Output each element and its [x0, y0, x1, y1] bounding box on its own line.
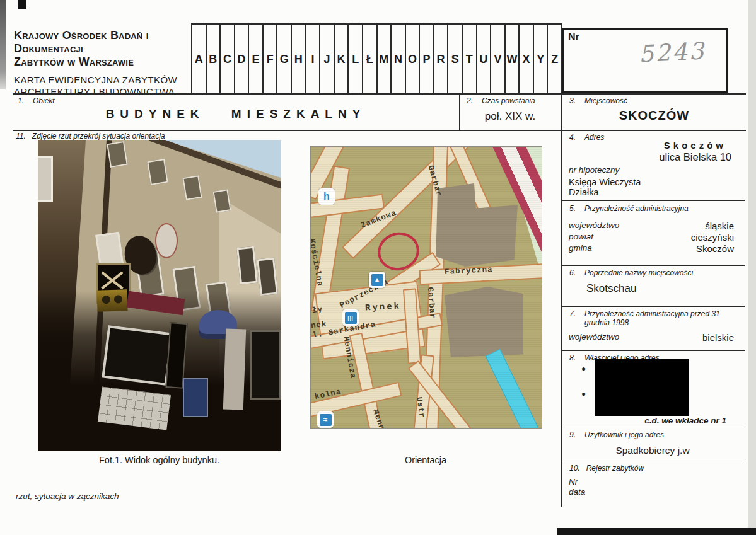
river — [486, 349, 542, 429]
blue-kiosk — [183, 378, 208, 417]
section-6-label: Poprzednie nazwy miejscowości — [584, 268, 693, 277]
field-value: bielskie — [702, 332, 734, 343]
alphabet-cell-K: K — [334, 25, 348, 95]
nr-label: Nr — [568, 32, 579, 43]
field-label: województwo — [569, 221, 619, 231]
photo-window — [147, 159, 168, 185]
user-value: Spadkobiercy j.w — [561, 445, 744, 456]
address-street: ulica Bielska 10 — [569, 151, 731, 163]
former-name-value: Skotschau — [586, 282, 636, 295]
alphabet-cell-C: C — [219, 25, 234, 95]
section-11-label: Zdjęcie rzut przekrój sytuacja orientacj… — [32, 132, 165, 141]
admin-row-voivodeship: województwo śląskie — [569, 221, 734, 231]
alphabet-cell-A: A — [192, 25, 206, 95]
alphabet-cell-Z: Z — [547, 25, 561, 95]
alphabet-cell-P: P — [419, 25, 433, 95]
poi-icon: ≈ — [317, 411, 334, 428]
section-10-header: 10. Rejestr zabytków — [569, 464, 644, 473]
alphabet-cell-N: N — [390, 25, 405, 95]
photo-window — [212, 189, 231, 212]
lit-pillar — [223, 328, 246, 410]
owner-bullet: ● — [581, 364, 586, 373]
section-2-header: 2. Czas powstania — [467, 96, 535, 105]
plot-label: Działka — [569, 187, 599, 197]
section-2-label: Czas powstania — [482, 96, 535, 105]
photo-window — [236, 246, 258, 285]
section-8-number: 8. — [569, 354, 578, 362]
divider — [561, 265, 745, 266]
street-label-partial-1: ły — [311, 305, 323, 315]
alphabet-strip: ABCDEFGHIJKLŁMNOPRSTUVWXYZ — [191, 23, 562, 95]
alphabet-cell-G: G — [276, 25, 291, 95]
shop-window — [102, 325, 173, 386]
alphabet-cell-R: R — [433, 25, 448, 95]
section-2-number: 2. — [467, 96, 475, 105]
section-3-number: 3. — [569, 96, 578, 105]
section-6-number: 6. — [569, 268, 578, 277]
register-nr-label: Nr — [569, 477, 578, 486]
alphabet-cell-Y: Y — [533, 25, 547, 95]
divider — [561, 200, 745, 201]
alphabet-cell-L: L — [347, 25, 362, 95]
construction-time-value: poł. XIX w. — [459, 110, 561, 123]
section-10-label: Rejestr zabytków — [586, 464, 644, 473]
orientation-map: Zamkowa Kościelna Garbar Garbar Poprzecz… — [310, 146, 542, 429]
hotel-icon: h — [318, 188, 335, 205]
owner-bullet: ● — [581, 389, 586, 398]
field-value: Skoczów — [696, 243, 734, 254]
register-date-label: data — [569, 487, 585, 497]
scan-right-edge — [748, 0, 756, 535]
section-1-label: Obiekt — [33, 96, 55, 105]
redaction-box — [595, 359, 689, 416]
owner-continuation-note: c.d. we wkładce nr 1 — [569, 416, 726, 425]
section-5-number: 5. — [569, 204, 578, 213]
alphabet-cell-H: H — [291, 25, 305, 95]
land-register-label: Księga Wieczysta — [569, 177, 641, 187]
street-label-partial-2: nek — [310, 320, 327, 331]
alphabet-cell-X: X — [518, 25, 533, 95]
card-title-line1: KARTA EWIDENCYJNA ZABYTKÓW — [14, 74, 187, 86]
field-label: województwo — [569, 332, 619, 343]
building-photo — [38, 140, 281, 451]
section-7-header: 7. Przynależność administracyjna przed 3… — [569, 309, 740, 327]
mortgage-number-label: nr hipoteczny — [569, 165, 619, 175]
nr-handwritten-value: 5243 — [638, 37, 706, 67]
section-5-header: 5. Przynależność administracyjna — [569, 204, 689, 213]
divider — [561, 306, 745, 307]
admin-row-county: powiat cieszyński — [569, 232, 734, 243]
divider — [561, 461, 745, 461]
place-label-rynek: Rynek — [365, 301, 402, 313]
divider — [561, 427, 745, 427]
field-value: śląskie — [705, 221, 734, 231]
satellite-dish-light — [155, 223, 178, 258]
admin-row-commune: gmina Skoczów — [569, 243, 734, 254]
section-9-header: 9. Użytkownik i jego adres — [569, 430, 664, 439]
field-label: gmina — [569, 243, 592, 254]
scan-bottom-band — [557, 528, 756, 535]
section-9-label: Użytkownik i jego adres — [584, 430, 664, 439]
alphabet-cell-M: M — [376, 25, 391, 95]
alphabet-cell-I: I — [305, 25, 320, 95]
alphabet-cell-O: O — [405, 25, 419, 95]
section-5-label: Przynależność administracyjna — [584, 204, 689, 213]
section-3-label: Miejscowość — [584, 96, 627, 105]
map-caption: Orientacja — [310, 455, 541, 465]
locality-value: SKOCZÓW — [561, 108, 747, 123]
institution-name-line1: Krajowy Ośrodek Badań i Dokumentacji — [14, 29, 187, 55]
card-number-box: Nr 5243 — [562, 28, 728, 93]
field-label: powiat — [569, 232, 593, 243]
section-11-header: 11. Zdjęcie rzut przekrój sytuacja orien… — [16, 132, 165, 141]
photo-window — [38, 156, 53, 202]
section-3-header: 3. Miejscowość — [569, 96, 627, 105]
alphabet-cell-F: F — [262, 25, 277, 95]
admin-row-pre-1998: województwo bielskie — [569, 332, 734, 343]
address-city: Skoczów — [569, 140, 726, 151]
section-7-number: 7. — [569, 309, 578, 327]
alphabet-cell-J: J — [319, 25, 334, 95]
section-9-number: 9. — [569, 430, 578, 439]
right-shop-window — [250, 330, 281, 400]
photo-caption: Fot.1. Widok ogólny budynku. — [38, 455, 281, 465]
header-institution: Krajowy Ośrodek Badań i Dokumentacji Zab… — [14, 29, 187, 98]
alphabet-cell-Ł: Ł — [362, 25, 376, 95]
section-6-header: 6. Poprzednie nazwy miejscowości — [569, 268, 693, 277]
